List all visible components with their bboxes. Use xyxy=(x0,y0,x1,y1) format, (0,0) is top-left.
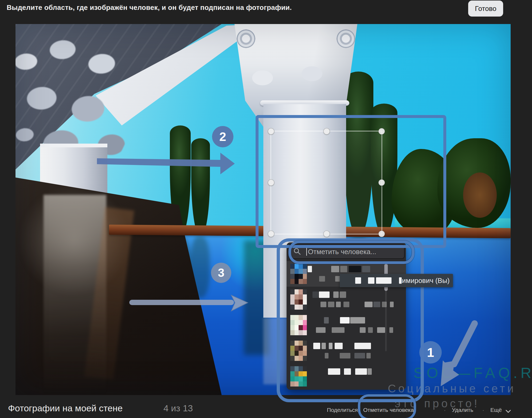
more-link[interactable]: Ещё xyxy=(490,407,502,413)
redacted-name-block xyxy=(399,277,402,284)
tag-action-annotation xyxy=(358,394,416,418)
step-2-badge: 2 xyxy=(212,126,233,147)
watermark-site: SOC—FAQ.RU xyxy=(413,364,532,381)
step-1-badge: 1 xyxy=(419,341,442,364)
done-button[interactable]: Готово xyxy=(468,1,503,17)
tooltip-text: имирович (Вы) xyxy=(402,277,449,285)
redacted-name-block xyxy=(368,277,374,284)
tag-area-annotation xyxy=(256,115,446,248)
separator-dot: · xyxy=(444,407,446,413)
photo-tag-editor: Выделите область, где изображён человек,… xyxy=(0,0,532,418)
photo-counter: 4 из 13 xyxy=(163,403,193,413)
separator-dot: · xyxy=(482,407,484,413)
search-annotation xyxy=(288,240,414,264)
redacted-name-block xyxy=(376,277,392,284)
redacted-name-block xyxy=(355,277,361,284)
album-title: Фотографии на моей стене xyxy=(8,403,123,413)
instruction-text: Выделите область, где изображён человек,… xyxy=(7,3,292,12)
share-link[interactable]: Поделиться xyxy=(327,407,358,413)
chevron-down-icon[interactable] xyxy=(505,409,511,413)
step-3-badge: 3 xyxy=(211,263,231,283)
delete-link[interactable]: Удалить xyxy=(452,407,473,413)
tooltip: имирович (Вы) xyxy=(340,274,453,287)
